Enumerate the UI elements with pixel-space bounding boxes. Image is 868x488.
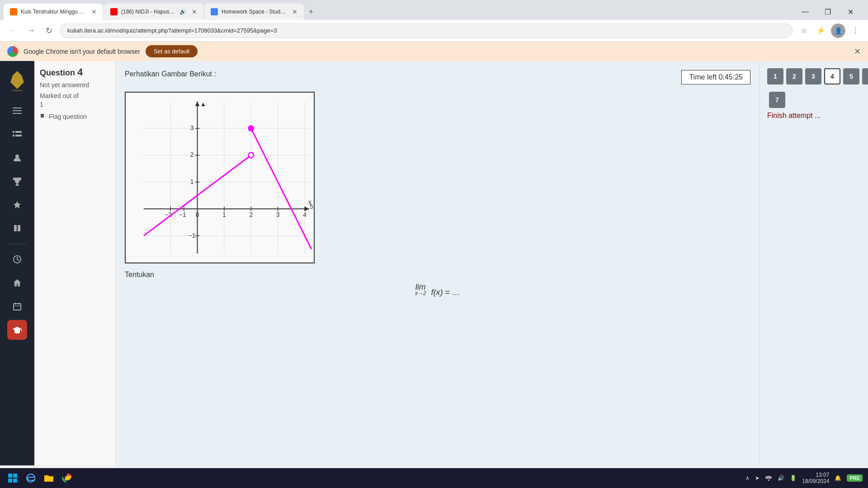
back-button[interactable]: ← <box>5 23 20 38</box>
svg-text:1: 1 <box>190 178 194 185</box>
svg-rect-5 <box>13 113 22 114</box>
taskbar-edge-icon[interactable] <box>24 471 38 485</box>
question-nav-2[interactable]: 2 <box>786 68 802 84</box>
question-label: Question 4 <box>40 66 110 78</box>
question-instruction: Perhatikan Gambar Berikut : <box>125 70 216 78</box>
flag-question-button[interactable]: Flag question <box>40 113 87 120</box>
taskbar-navigation-icon: ➤ <box>755 475 760 481</box>
sidebar-list-icon[interactable] <box>7 124 27 144</box>
finish-attempt-link[interactable]: Finish attempt ... <box>767 112 861 120</box>
sidebar-book-icon[interactable] <box>7 218 27 238</box>
tab-title-3: Homework Space - StudyX <box>222 9 287 15</box>
sidebar-star-icon[interactable] <box>7 195 27 215</box>
taskbar-wifi-icon <box>765 474 772 483</box>
tab-title-1: Kuis Terstruktur Minggu Ke-3 ( <box>21 9 86 15</box>
tab-close-2[interactable]: ✕ <box>192 8 197 15</box>
sidebar-home-icon[interactable] <box>7 273 27 293</box>
svg-rect-68 <box>13 474 17 478</box>
menu-button[interactable]: ⋮ <box>848 23 863 38</box>
taskbar-chrome-icon[interactable] <box>60 471 74 485</box>
sidebar-clock-icon[interactable] <box>7 249 27 269</box>
sidebar-divider <box>8 244 26 244</box>
windows-start-button[interactable] <box>5 471 20 485</box>
tab-2[interactable]: (186) NIDJI - Hapus Aku (Li... 🔊 ✕ <box>104 4 203 20</box>
right-panel: 1 2 3 4 5 6 7 Finish attempt ... <box>760 61 868 465</box>
timer-label: Time left <box>689 73 717 81</box>
svg-point-66 <box>248 126 254 131</box>
svg-rect-67 <box>8 474 12 478</box>
tab-close-1[interactable]: ✕ <box>91 8 97 15</box>
tab-favicon-3 <box>211 8 218 15</box>
question-grid: 1 2 3 4 5 6 <box>767 68 861 84</box>
svg-marker-13 <box>14 201 21 208</box>
notification-close-button[interactable]: ✕ <box>854 47 861 56</box>
svg-text:ITERA: ITERA <box>12 89 23 91</box>
question-nav-6[interactable]: 6 <box>862 68 868 84</box>
taskbar-date-display: 18/09/2024 <box>802 478 829 484</box>
question-status: Not yet answered <box>40 81 110 90</box>
svg-rect-9 <box>15 135 22 136</box>
taskbar-notification-icon[interactable]: 🔔 <box>835 475 841 481</box>
tab-1[interactable]: Kuis Terstruktur Minggu Ke-3 ( ✕ <box>4 4 103 20</box>
question-nav-1[interactable]: 1 <box>767 68 783 84</box>
set-default-button[interactable]: Set as default <box>146 45 198 57</box>
tab-favicon-2 <box>110 8 118 15</box>
svg-text:−1: −1 <box>189 232 196 239</box>
question-nav-4[interactable]: 4 <box>824 68 840 84</box>
svg-point-10 <box>15 155 19 158</box>
tab-favicon-1 <box>10 8 17 15</box>
left-sidebar: ITERA <box>0 61 34 465</box>
svg-rect-12 <box>19 178 21 180</box>
reload-button[interactable]: ↻ <box>42 23 56 38</box>
close-button[interactable]: ✕ <box>840 4 861 20</box>
forward-button[interactable]: → <box>24 23 38 38</box>
sidebar-calendar-icon[interactable] <box>7 296 27 316</box>
svg-rect-17 <box>14 304 21 310</box>
taskbar-pre-badge: PRE <box>847 474 863 482</box>
sidebar-user-icon[interactable] <box>7 148 27 168</box>
svg-rect-7 <box>15 131 22 133</box>
maximize-button[interactable]: ❐ <box>817 4 838 20</box>
extensions-button[interactable]: ⚡ <box>814 23 828 38</box>
svg-rect-23 <box>126 93 314 263</box>
tentukan-label: Tentukan <box>125 271 750 279</box>
tab-audio-2: 🔊 <box>179 9 186 15</box>
svg-rect-6 <box>13 131 14 133</box>
profile-button[interactable]: 👤 <box>831 23 845 38</box>
sidebar-menu-icon[interactable] <box>7 101 27 121</box>
chrome-logo <box>7 46 18 57</box>
question-number: 4 <box>77 66 83 78</box>
svg-text:−1: −1 <box>179 211 186 218</box>
timer-box: Time left 0:45:25 <box>681 70 750 84</box>
minimize-button[interactable]: — <box>795 4 816 20</box>
itera-logo: ITERA <box>4 66 31 94</box>
tab-close-3[interactable]: ✕ <box>292 8 297 15</box>
svg-rect-8 <box>13 135 14 136</box>
svg-text:x: x <box>308 198 311 206</box>
new-tab-button[interactable]: + <box>305 5 317 18</box>
svg-rect-70 <box>13 479 17 483</box>
tab-title-2: (186) NIDJI - Hapus Aku (Li... <box>121 9 176 15</box>
svg-text:4: 4 <box>303 211 307 218</box>
tab-3[interactable]: Homework Space - StudyX ✕ <box>204 4 304 20</box>
svg-rect-69 <box>8 479 12 483</box>
notification-bar: Google Chrome isn't your default browser… <box>0 42 868 61</box>
taskbar-up-arrow[interactable]: ∧ <box>745 475 750 481</box>
question-header: Perhatikan Gambar Berikut : Time left 0:… <box>125 70 750 84</box>
svg-rect-3 <box>13 108 22 108</box>
math-formula: lim x→2 f(x) = … <box>125 282 750 297</box>
bookmark-button[interactable]: ☆ <box>797 23 811 38</box>
svg-line-16 <box>17 259 19 261</box>
address-bar[interactable] <box>60 23 793 38</box>
sidebar-trophy-icon[interactable] <box>7 171 27 191</box>
question-nav-7[interactable]: 7 <box>769 92 785 108</box>
svg-text:3: 3 <box>190 124 194 131</box>
question-nav-3[interactable]: 3 <box>805 68 821 84</box>
timer-value: 0:45:25 <box>719 73 743 81</box>
math-graph: −2 −1 0 1 2 3 4 5 x 3 2 1 −1 ▲ <box>125 92 315 263</box>
svg-text:0: 0 <box>196 211 199 218</box>
sidebar-graduation-icon[interactable] <box>7 320 27 340</box>
taskbar-file-explorer-icon[interactable] <box>42 471 56 485</box>
svg-point-65 <box>248 153 254 158</box>
question-nav-5[interactable]: 5 <box>843 68 859 84</box>
